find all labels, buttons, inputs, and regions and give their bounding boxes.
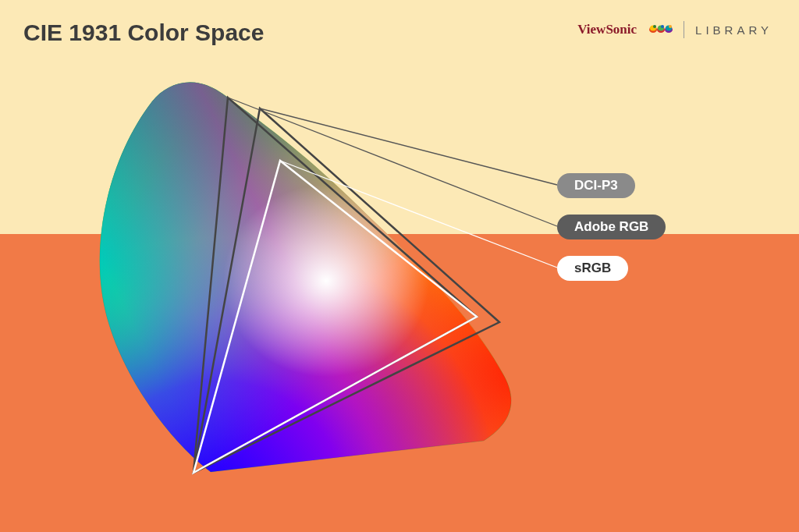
svg-rect-15 <box>78 62 546 499</box>
cie-chromaticity-diagram <box>0 0 799 532</box>
label-adobergb: Adobe RGB <box>557 215 666 239</box>
label-dcip3: DCI-P3 <box>557 173 635 198</box>
spectral-locus-fill <box>78 62 546 499</box>
label-srgb: sRGB <box>557 256 628 281</box>
